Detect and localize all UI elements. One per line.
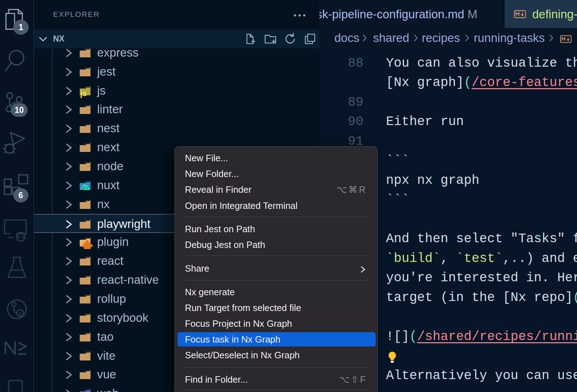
svg-text:a: a	[19, 310, 22, 316]
